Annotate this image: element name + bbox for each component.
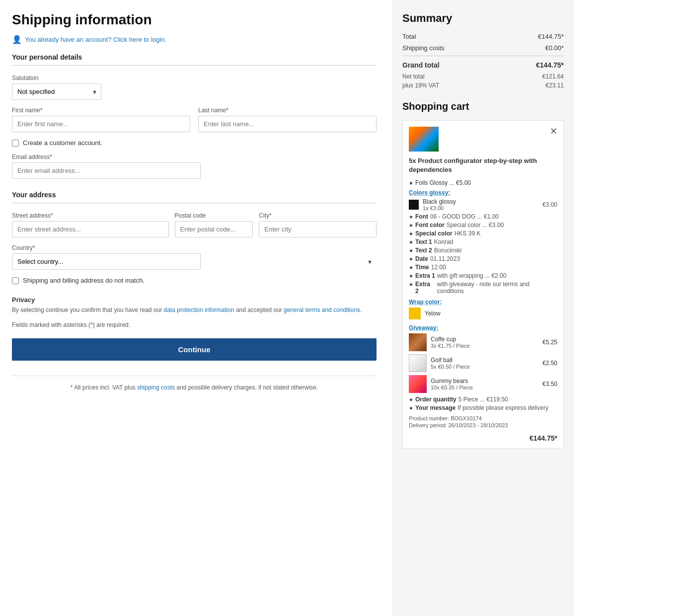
star-icon: ★: [409, 180, 413, 186]
total-label: Total: [402, 33, 416, 40]
remove-item-button[interactable]: ✕: [550, 127, 557, 136]
city-input[interactable]: [259, 221, 377, 237]
create-account-label: Create a customer account.: [23, 139, 102, 147]
order-qty-row: ★ Order quantity 5 Piece ... €119.50: [409, 396, 557, 403]
order-qty-value: 5 Piece ... €119.50: [458, 396, 508, 403]
star-icon: ★: [409, 223, 413, 228]
coffe-cup-info: Coffe cup 3x €1.75 / Piece: [431, 336, 538, 349]
text2-label: Text 2: [415, 247, 432, 254]
postal-input[interactable]: [175, 221, 253, 237]
cart-item: ✕ 5x Product configurator step-by-step w…: [402, 120, 564, 449]
gummy-bears-info: Gummy bears 10x €0.35 / Piece: [431, 378, 538, 390]
data-protection-link[interactable]: data protection information: [164, 307, 234, 313]
salutation-select[interactable]: Not specified Mr. Ms. Dr.: [12, 83, 101, 100]
giveaway-item-coffe: Coffe cup 3x €1.75 / Piece €5.25: [409, 333, 557, 351]
star-icon: ★: [409, 256, 413, 262]
star-icon: ★: [409, 273, 413, 279]
personal-details-title: Your personal details: [12, 53, 377, 61]
vat-value: €23.11: [545, 82, 564, 89]
golf-ball-name: Golf ball: [431, 357, 538, 364]
grand-total-label: Grand total: [402, 61, 440, 69]
email-label: Email address*: [12, 154, 377, 160]
create-account-checkbox[interactable]: [12, 140, 19, 147]
cart-total-value: €144.75*: [530, 434, 557, 442]
star-icon: ★: [409, 214, 413, 220]
coffe-cup-qty: 3x €1.75 / Piece: [431, 343, 538, 349]
net-total-row: Net total €121.64: [402, 73, 564, 80]
continue-button[interactable]: Continue: [12, 338, 377, 361]
delivery-period: Delivery period: 26/10/2023 - 28/10/2023: [409, 422, 557, 428]
product-number: Product number: BOGX10174: [409, 415, 557, 421]
shipping-costs-link[interactable]: shipping costs: [137, 384, 175, 391]
time-value: 12:00: [431, 264, 446, 271]
login-prompt[interactable]: 👤 You already have an account? Click her…: [12, 35, 377, 44]
black-glossy-row: Black glossy 1x €3.00 €3.00: [409, 198, 557, 211]
country-select[interactable]: Select country... Germany Austria Switze…: [12, 253, 201, 270]
golf-ball-qty: 5x €0.50 / Piece: [431, 364, 538, 370]
star-icon: ★: [409, 265, 413, 270]
wrap-color-row: Yelow: [409, 308, 557, 319]
email-input[interactable]: [12, 162, 201, 179]
login-link[interactable]: You already have an account? Click here …: [25, 36, 166, 43]
your-message-value: If possible please express delivery: [457, 404, 548, 411]
city-label: City*: [259, 212, 377, 219]
shipping-value: €0.00*: [545, 44, 564, 52]
golf-ball-thumbnail: [409, 354, 427, 372]
net-total-label: Net total: [402, 73, 425, 80]
star-icon: ★: [409, 231, 413, 236]
extra2-value: with giveaway - note our terms and condi…: [437, 281, 557, 295]
text1-value: Konrad: [434, 238, 454, 245]
total-row: Total €144.75*: [402, 33, 564, 40]
extra1-label: Extra 1: [415, 272, 435, 279]
extra2-row: ★ Extra 2 with giveaway - note our terms…: [409, 281, 557, 295]
golf-ball-price: €2.50: [542, 360, 557, 367]
star-icon: ★: [409, 397, 413, 402]
gummy-bears-price: €3.50: [542, 381, 557, 387]
wrap-color-label: Wrap color:: [409, 299, 557, 306]
street-label: Street address*: [12, 212, 169, 219]
shipping-row: Shipping costs €0.00*: [402, 44, 564, 52]
cart-item-name: 5x Product configurator step-by-step wit…: [409, 156, 557, 174]
date-row: ★ Date 01.11.2023: [409, 255, 557, 262]
star-icon: ★: [409, 405, 413, 411]
font-color-row: ★ Font color Special color ... €3.00: [409, 222, 557, 229]
black-glossy-qty: 1x €3.00: [423, 205, 456, 211]
colors-glossy-label: Colors glossy:: [409, 189, 557, 196]
net-total-value: €121.64: [542, 73, 564, 80]
text1-row: ★ Text 1 Konrad: [409, 238, 557, 245]
golf-ball-info: Golf ball 5x €0.50 / Piece: [431, 357, 538, 370]
terms-link[interactable]: general terms and conditions: [284, 307, 360, 313]
giveaway-item-golf: Golf ball 5x €0.50 / Piece €2.50: [409, 354, 557, 372]
street-input[interactable]: [12, 221, 169, 237]
salutation-wrapper: Not specified Mr. Ms. Dr.: [12, 83, 101, 100]
font-label: Font: [415, 213, 428, 220]
coffe-cup-thumbnail: [409, 333, 427, 351]
gummy-bears-thumbnail: [409, 375, 427, 393]
first-name-input[interactable]: [12, 116, 190, 132]
font-value: 06 - GOOD DOG ... €1.00: [430, 213, 499, 220]
text2-row: ★ Text 2 Borucinski: [409, 247, 557, 254]
required-note: Fields marked with asterisks (*) are req…: [12, 321, 377, 328]
date-value: 01.11.2023: [430, 255, 460, 262]
last-name-input[interactable]: [198, 116, 377, 132]
wrap-color-swatch: [409, 308, 421, 319]
black-glossy-price: €3.00: [542, 201, 557, 208]
font-row: ★ Font 06 - GOOD DOG ... €1.00: [409, 213, 557, 220]
giveaway-item-bears: Gummy bears 10x €0.35 / Piece €3.50: [409, 375, 557, 393]
billing-mismatch-checkbox[interactable]: [12, 277, 19, 284]
text1-label: Text 1: [415, 238, 432, 245]
shipping-label: Shipping costs: [402, 44, 445, 52]
time-label: Time: [415, 264, 429, 271]
user-icon: 👤: [12, 35, 22, 44]
salutation-label: Salutation: [12, 75, 377, 81]
date-label: Date: [415, 255, 428, 262]
star-icon: ★: [409, 239, 413, 245]
vat-label: plus 19% VAT: [402, 82, 439, 89]
black-glossy-name: Black glossy: [423, 198, 456, 205]
summary-title: Summary: [402, 12, 564, 25]
special-color-row: ★ Special color HKS 39 K: [409, 230, 557, 237]
address-title: Your address: [12, 191, 377, 199]
cart-item-thumbnail: [409, 127, 439, 152]
star-icon: ★: [409, 248, 413, 253]
order-qty-label: Order quantity: [415, 396, 456, 403]
